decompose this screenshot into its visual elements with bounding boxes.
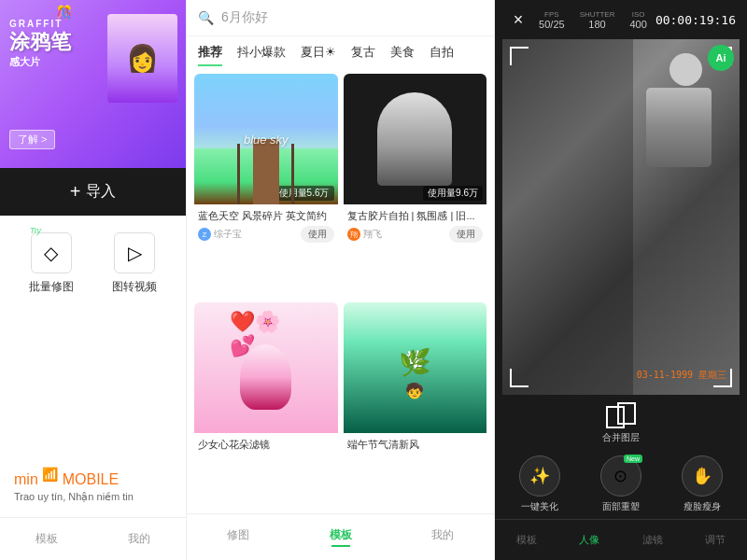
recording-timer: 00:00:19:16 [655, 13, 736, 27]
p3-nav-template[interactable]: 模板 [495, 529, 558, 551]
preview-image: 03-11-1999 星期三 Ai [502, 39, 740, 395]
fps-stat: FPS 50/25 [539, 10, 565, 30]
fence-left [237, 144, 240, 204]
iso-label: ISO [632, 10, 645, 19]
face-reshape-icon: New ⊙ [600, 455, 641, 497]
panel-1: GRAFFIT 涂鸦笔 感大片 了解 > 🎊 👩 + 导入 Try ◇ 批量修图… [0, 0, 187, 560]
template-card-sky[interactable]: blue sky 使用量5.6万 蓝色天空 风景碎片 英文简约 Z 综子宝 使用 [194, 74, 338, 297]
template-card-duanwu[interactable]: 端午 🌿 🧒 端午节气清新风 [344, 302, 487, 506]
duanwu-text: 端午 [403, 336, 426, 343]
batch-edit-tool[interactable]: Try ◇ 批量修图 [9, 232, 93, 295]
shutter-label: SHUTTER [580, 10, 615, 19]
tab-recommend[interactable]: 推荐 [198, 44, 222, 66]
template-card-girl[interactable]: ❤️🌸💕 少女心花朵滤镜 [194, 302, 338, 506]
iso-stat: ISO 400 [629, 10, 646, 30]
sky-card-title: 蓝色天空 风景碎片 英文简约 [198, 209, 334, 223]
retro-card-meta: 翔 翔飞 使用 [347, 226, 484, 243]
batch-edit-icon: Try ◇ [31, 232, 72, 273]
road-decoration [253, 139, 279, 204]
sky-text-overlay: blue sky [244, 133, 289, 147]
sky-card-info: 蓝色天空 风景碎片 英文简约 Z 综子宝 使用 [194, 204, 338, 247]
tab-selfie[interactable]: 自拍 [430, 44, 454, 66]
logo-mobile: MOBILE [63, 471, 119, 487]
duanwu-child-emoji: 🧒 [405, 382, 424, 399]
tool-slim[interactable]: ✋ 瘦脸瘦身 [679, 455, 726, 513]
ai-badge: Ai [708, 45, 734, 71]
face-reshape-new-badge: New [624, 455, 642, 463]
panel3-bottom-nav: 模板 人像 滤镜 调节 [495, 519, 747, 560]
nav-template-p2[interactable]: 模板 [289, 524, 392, 551]
confetti-decoration: 🎊 [56, 5, 72, 20]
author-name-retro: 翔飞 [363, 228, 382, 241]
slim-label: 瘦脸瘦身 [684, 500, 721, 513]
fps-label: FPS [544, 10, 559, 19]
date-stamp: 03-11-1999 星期三 [637, 369, 726, 382]
girl-card-info: 少女心花朵滤镜 [194, 433, 338, 456]
panel1-bottom-nav: 模板 我的 [0, 517, 186, 560]
photo-background [502, 39, 740, 395]
duanwu-card-image: 端午 🌿 🧒 [344, 302, 487, 433]
tool-face-reshape[interactable]: New ⊙ 面部重塑 [598, 455, 644, 513]
person-silhouette [646, 53, 726, 165]
beautify-icon: ✨ [519, 455, 560, 497]
use-button-sky[interactable]: 使用 [301, 226, 334, 243]
iso-value: 400 [629, 19, 646, 30]
p3-nav-filter[interactable]: 滤镜 [621, 529, 684, 551]
retro-card-author: 翔 翔飞 [347, 228, 382, 241]
try-badge: Try [30, 226, 41, 235]
template-card-retro[interactable]: 使用量9.6万 复古胶片自拍 | 氛围感 | 旧... 翔 翔飞 使用 [344, 74, 487, 297]
tools-section: Try ◇ 批量修图 ▷ 图转视频 [0, 216, 186, 304]
face-reshape-label: 面部重塑 [602, 500, 640, 513]
tool-beautify[interactable]: ✨ 一键美化 [516, 455, 563, 513]
merge-layers-button[interactable]: 合并图层 [506, 402, 736, 444]
slim-icon: ✋ [682, 455, 723, 497]
retro-card-image: 使用量9.6万 [344, 74, 487, 204]
banner-cta-button[interactable]: 了解 > [9, 130, 55, 149]
panel-2: 🔍 6月你好 推荐 抖小爆款 夏日☀ 复古 美食 自拍 blue sky 使用量… [187, 0, 495, 560]
nav-mine[interactable]: 我的 [93, 527, 187, 551]
p3-nav-adjust[interactable]: 调节 [684, 529, 748, 551]
logo-slogan: Trao uy tín, Nhận niềm tin [14, 491, 172, 503]
nav-edit[interactable]: 修图 [187, 524, 289, 551]
panel-3: × FPS 50/25 SHUTTER 180 ISO 400 00:00:19… [495, 0, 747, 560]
tab-food[interactable]: 美食 [390, 44, 415, 66]
p3-top-bar: × FPS 50/25 SHUTTER 180 ISO 400 00:00:19… [495, 0, 747, 39]
video-convert-icon: ▷ [114, 232, 155, 273]
video-convert-tool[interactable]: ▷ 图转视频 [93, 232, 177, 295]
banner-sub2: 感大片 [9, 56, 71, 68]
video-convert-label: 图转视频 [112, 279, 157, 295]
search-bar[interactable]: 🔍 6月你好 [187, 0, 494, 36]
sky-card-meta: Z 综子宝 使用 [198, 226, 334, 243]
left-dark-overlay [502, 39, 633, 395]
camera-stats: FPS 50/25 SHUTTER 180 ISO 400 [539, 10, 647, 30]
girl-card-image: ❤️🌸💕 [194, 302, 338, 433]
use-button-retro[interactable]: 使用 [449, 226, 483, 243]
nav-mine-p2[interactable]: 我的 [391, 524, 494, 551]
import-bar[interactable]: + 导入 [0, 168, 186, 216]
shutter-value: 180 [588, 19, 605, 30]
template-grid: blue sky 使用量5.6万 蓝色天空 风景碎片 英文简约 Z 综子宝 使用… [187, 66, 494, 513]
retro-card-title: 复古胶片自拍 | 氛围感 | 旧... [347, 209, 484, 223]
girl-emoji: 👩 [107, 14, 177, 103]
author-name-sky: 综子宝 [214, 228, 242, 241]
frame-corner-tl [510, 47, 529, 65]
duanwu-card-title: 端午节气清新风 [347, 438, 484, 452]
sky-card-image: blue sky 使用量5.6万 [194, 74, 338, 204]
import-label: 导入 [86, 182, 116, 202]
duanwu-content: 端午 🌿 🧒 [344, 302, 487, 433]
p3-nav-portrait[interactable]: 人像 [558, 529, 622, 551]
close-button[interactable]: × [506, 7, 530, 32]
camera-preview: 03-11-1999 星期三 Ai [502, 39, 740, 395]
frame-corner-bl [510, 369, 529, 387]
retro-person-shape [377, 92, 452, 186]
logo-area: min 📶 MOBILE Trao uy tín, Nhận niềm tin [0, 448, 186, 517]
logo-wifi-icon: 📶 [42, 467, 58, 482]
logo-min: min [14, 471, 42, 487]
search-icon: 🔍 [198, 10, 214, 25]
hearts-decoration: ❤️🌸💕 [230, 310, 302, 358]
tab-summer[interactable]: 夏日☀ [301, 44, 336, 66]
nav-template[interactable]: 模板 [0, 527, 93, 551]
tab-retro[interactable]: 复古 [351, 44, 375, 66]
tab-douyin-hot[interactable]: 抖小爆款 [237, 44, 286, 66]
active-underline [331, 545, 350, 547]
